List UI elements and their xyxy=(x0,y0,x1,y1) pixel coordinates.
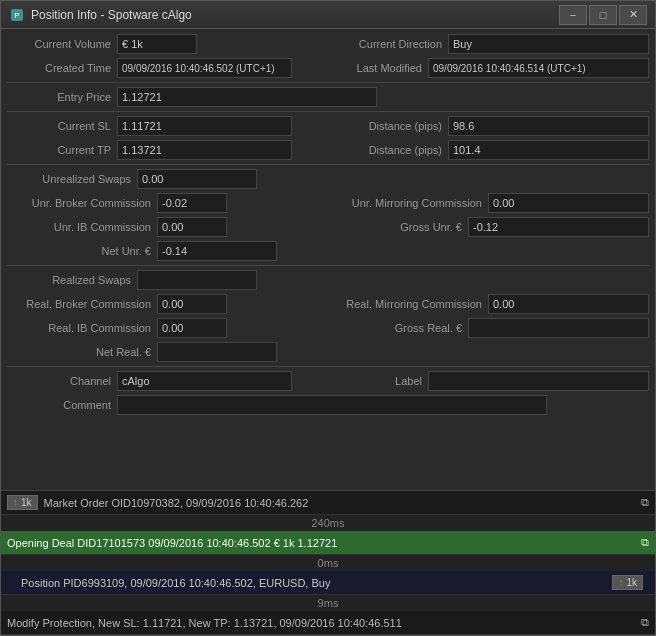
current-direction-value: Buy xyxy=(448,34,649,54)
col-label: Label xyxy=(328,371,649,391)
row-unr-comm: Unr. Broker Commission -0.02 Unr. Mirror… xyxy=(7,192,649,214)
current-volume-value: € 1k xyxy=(117,34,197,54)
entry-price-label: Entry Price xyxy=(7,91,117,103)
col-modified: Last Modified 09/09/2016 10:40:46.514 (U… xyxy=(328,58,649,78)
external-link-icon-2[interactable]: ⧉ xyxy=(641,536,649,549)
window-title: Position Info - Spotware cAlgo xyxy=(31,8,559,22)
distance-pips-tp-label: Distance (pips) xyxy=(328,144,448,156)
row-volume-direction: Current Volume € 1k Current Direction Bu… xyxy=(7,33,649,55)
title-bar: P Position Info - Spotware cAlgo − □ ✕ xyxy=(1,1,655,29)
real-mirroring-commission-label: Real. Mirroring Commission xyxy=(328,298,488,310)
row-channel-label: Channel cAlgo Label xyxy=(7,370,649,392)
col-real-ib: Real. IB Commission 0.00 xyxy=(7,318,328,338)
unr-ib-commission-value: 0.00 xyxy=(157,217,227,237)
time-sep-text-2: 0ms xyxy=(318,557,339,569)
timeline-text-4: Modify Protection, New SL: 1.11721, New … xyxy=(7,617,641,629)
channel-label: Channel xyxy=(7,375,117,387)
real-ib-commission-label: Real. IB Commission xyxy=(7,322,157,334)
unrealized-swaps-value: 0.00 xyxy=(137,169,257,189)
external-link-icon-4[interactable]: ⧉ xyxy=(641,616,649,629)
col-dist-sl: Distance (pips) 98.6 xyxy=(328,116,649,136)
timeline-item-1[interactable]: ↑ 1k Market Order OID10970382, 09/09/201… xyxy=(1,491,655,515)
divider-1 xyxy=(7,82,649,83)
unrealized-swaps-label: Unrealized Swaps xyxy=(7,173,137,185)
real-ib-commission-value: 0.00 xyxy=(157,318,227,338)
scrollable-form[interactable]: Current Volume € 1k Current Direction Bu… xyxy=(1,29,655,490)
timeline-item-4[interactable]: Modify Protection, New SL: 1.11721, New … xyxy=(1,611,655,635)
col-sl: Current SL 1.11721 xyxy=(7,116,328,136)
real-broker-commission-value: 0.00 xyxy=(157,294,227,314)
unr-broker-commission-label: Unr. Broker Commission xyxy=(7,197,157,209)
badge-text-3: 1k xyxy=(626,577,637,588)
timeline-badge-3: ↑ 1k xyxy=(612,575,643,590)
gross-real-value xyxy=(468,318,649,338)
col-real-broker: Real. Broker Commission 0.00 xyxy=(7,294,328,314)
external-link-icon-1[interactable]: ⧉ xyxy=(641,496,649,509)
last-modified-label: Last Modified xyxy=(328,62,428,74)
time-separator-1: 240ms xyxy=(1,515,655,531)
badge-text-1: 1k xyxy=(21,497,32,508)
col-dist-tp: Distance (pips) 101.4 xyxy=(328,140,649,160)
divider-2 xyxy=(7,111,649,112)
row-real-ib: Real. IB Commission 0.00 Gross Real. € xyxy=(7,317,649,339)
timeline-text-2: Opening Deal DID17101573 09/09/2016 10:4… xyxy=(7,537,641,549)
col-channel: Channel cAlgo xyxy=(7,371,328,391)
distance-pips-sl-value: 98.6 xyxy=(448,116,649,136)
main-window: P Position Info - Spotware cAlgo − □ ✕ C… xyxy=(0,0,656,636)
unr-mirroring-commission-value: 0.00 xyxy=(488,193,649,213)
distance-pips-sl-label: Distance (pips) xyxy=(328,120,448,132)
created-time-label: Created Time xyxy=(7,62,117,74)
col-unr-ib: Unr. IB Commission 0.00 xyxy=(7,217,328,237)
comment-label: Comment xyxy=(7,399,117,411)
col-gross-unr: Gross Unr. € -0.12 xyxy=(328,217,649,237)
row-tp: Current TP 1.13721 Distance (pips) 101.4 xyxy=(7,139,649,161)
row-times: Created Time 09/09/2016 10:40:46.502 (UT… xyxy=(7,57,649,79)
timeline-item-3[interactable]: Position PID6993109, 09/09/2016 10:40:46… xyxy=(1,571,655,595)
col-direction: Current Direction Buy xyxy=(328,34,649,54)
net-unr-label: Net Unr. € xyxy=(7,245,157,257)
created-time-value: 09/09/2016 10:40:46.502 (UTC+1) xyxy=(117,58,292,78)
col-gross-real: Gross Real. € xyxy=(328,318,649,338)
row-unr-swaps: Unrealized Swaps 0.00 xyxy=(7,168,649,190)
minimize-button[interactable]: − xyxy=(559,5,587,25)
col-tp: Current TP 1.13721 xyxy=(7,140,328,160)
unr-ib-commission-label: Unr. IB Commission xyxy=(7,221,157,233)
arrow-up-icon-3: ↑ xyxy=(618,577,623,588)
timeline-badge-1: ↑ 1k xyxy=(7,495,38,510)
current-sl-label: Current SL xyxy=(7,120,117,132)
col-unr-broker: Unr. Broker Commission -0.02 xyxy=(7,193,328,213)
unr-broker-commission-value: -0.02 xyxy=(157,193,227,213)
current-volume-label: Current Volume xyxy=(7,38,117,50)
col-created: Created Time 09/09/2016 10:40:46.502 (UT… xyxy=(7,58,328,78)
realized-swaps-value xyxy=(137,270,257,290)
divider-4 xyxy=(7,265,649,266)
label-label: Label xyxy=(328,375,428,387)
time-sep-text-1: 240ms xyxy=(311,517,344,529)
app-icon: P xyxy=(9,7,25,23)
timeline-item-2[interactable]: Opening Deal DID17101573 09/09/2016 10:4… xyxy=(1,531,655,555)
divider-5 xyxy=(7,366,649,367)
gross-real-label: Gross Real. € xyxy=(328,322,468,334)
timeline-text-3: Position PID6993109, 09/09/2016 10:40:46… xyxy=(21,577,606,589)
col-volume: Current Volume € 1k xyxy=(7,34,328,54)
window-controls: − □ ✕ xyxy=(559,5,647,25)
gross-unr-value: -0.12 xyxy=(468,217,649,237)
col-real-mirror: Real. Mirroring Commission 0.00 xyxy=(328,294,649,314)
time-separator-3: 9ms xyxy=(1,595,655,611)
timeline-section: ↑ 1k Market Order OID10970382, 09/09/201… xyxy=(1,490,655,635)
realized-swaps-label: Realized Swaps xyxy=(7,274,137,286)
divider-3 xyxy=(7,164,649,165)
current-direction-label: Current Direction xyxy=(328,38,448,50)
unr-mirroring-commission-label: Unr. Mirroring Commission xyxy=(328,197,488,209)
close-button[interactable]: ✕ xyxy=(619,5,647,25)
maximize-button[interactable]: □ xyxy=(589,5,617,25)
net-real-value xyxy=(157,342,277,362)
col-unr-mirror: Unr. Mirroring Commission 0.00 xyxy=(328,193,649,213)
last-modified-value: 09/09/2016 10:40:46.514 (UTC+1) xyxy=(428,58,649,78)
row-real-swaps: Realized Swaps xyxy=(7,269,649,291)
current-tp-label: Current TP xyxy=(7,144,117,156)
row-unr-ib: Unr. IB Commission 0.00 Gross Unr. € -0.… xyxy=(7,216,649,238)
real-broker-commission-label: Real. Broker Commission xyxy=(7,298,157,310)
row-real-comm: Real. Broker Commission 0.00 Real. Mirro… xyxy=(7,293,649,315)
channel-value: cAlgo xyxy=(117,371,292,391)
